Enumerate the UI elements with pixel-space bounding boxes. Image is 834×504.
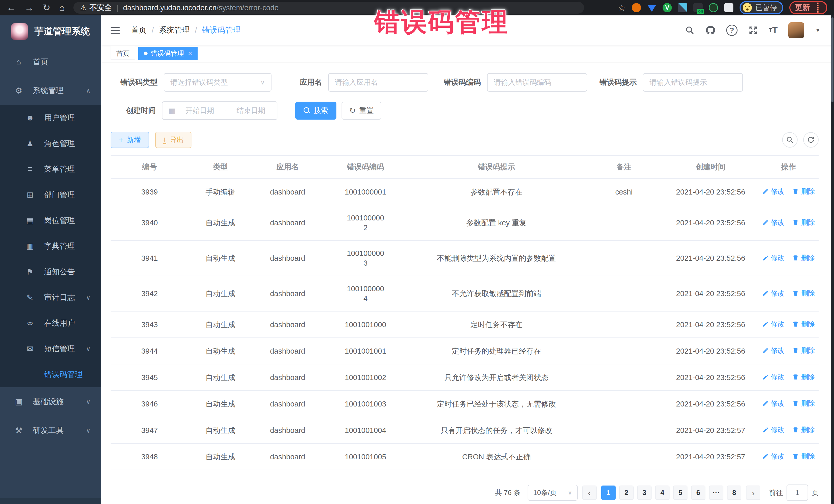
tab-error-code[interactable]: 错误码管理 × — [138, 47, 198, 60]
error-type-select[interactable]: 请选择错误码类型 ∨ — [164, 73, 271, 92]
pagination-page-button[interactable]: 3 — [637, 485, 652, 500]
edit-link[interactable]: 修改 — [762, 187, 785, 196]
sidebar-item[interactable]: ⚑通知公告 — [0, 259, 101, 285]
sidebar-item[interactable]: ⚙系统管理∧ — [0, 76, 101, 105]
pagination-prev-button[interactable]: ‹ — [582, 485, 597, 500]
extension-icon-4[interactable] — [678, 3, 687, 12]
pagination-next-button[interactable]: › — [746, 485, 760, 500]
sidebar-item[interactable]: ▣基础设施∨ — [0, 387, 101, 416]
font-size-icon[interactable]: TT — [769, 25, 777, 35]
delete-link[interactable]: 删除 — [792, 218, 815, 227]
pagination-page-button[interactable]: 2 — [619, 485, 634, 500]
sidebar-item[interactable]: ▥字典管理 — [0, 233, 101, 259]
close-icon[interactable]: × — [188, 49, 192, 58]
browser-reload-icon[interactable]: ↻ — [43, 3, 50, 12]
tab-label: 错误码管理 — [151, 49, 184, 58]
sidebar-item[interactable]: ☻用户管理 — [0, 105, 101, 131]
kebab-menu-icon[interactable]: ⋮⋮ — [814, 4, 822, 12]
edit-link[interactable]: 修改 — [762, 372, 785, 382]
cell-id: 3947 — [111, 418, 188, 443]
github-icon[interactable] — [705, 25, 716, 36]
delete-link[interactable]: 删除 — [792, 372, 815, 382]
delete-link[interactable]: 删除 — [792, 452, 815, 461]
extension-icon-5[interactable] — [694, 3, 703, 12]
pagination-page-button[interactable]: 5 — [673, 485, 687, 500]
sidebar-item-label: 角色管理 — [44, 138, 91, 149]
refresh-table-icon[interactable] — [803, 132, 819, 148]
error-code-input[interactable] — [487, 73, 587, 92]
chevron-up-icon: ∧ — [86, 87, 91, 94]
sidebar-item[interactable]: ≡菜单管理 — [0, 156, 101, 182]
search-button[interactable]: 搜索 — [295, 102, 336, 119]
browser-forward-icon[interactable]: → — [25, 3, 34, 12]
edit-link[interactable]: 修改 — [762, 425, 785, 435]
pagination-more-button[interactable]: ··· — [709, 485, 723, 500]
page-size-select[interactable]: 10条/页 ∨ — [528, 485, 578, 501]
delete-link[interactable]: 删除 — [792, 319, 815, 329]
cell-actions: 修改删除 — [758, 391, 819, 417]
date-range-picker[interactable]: ▦ 开始日期 - 结束日期 — [162, 101, 278, 120]
reset-button[interactable]: ↻ 重置 — [342, 102, 381, 119]
sidebar-item[interactable]: ▤岗位管理 — [0, 207, 101, 233]
sidebar-item[interactable]: 错误码管理 — [0, 361, 101, 387]
fullscreen-icon[interactable] — [748, 25, 758, 35]
security-label: 不安全 — [90, 3, 112, 13]
edit-link[interactable]: 修改 — [762, 319, 785, 329]
show-search-icon[interactable] — [782, 132, 797, 148]
breadcrumb-item-home[interactable]: 首页 — [131, 25, 147, 36]
extension-icon-1[interactable] — [632, 3, 641, 12]
cell-id: 3946 — [111, 391, 188, 416]
extension-icon-2[interactable] — [647, 3, 656, 12]
delete-link[interactable]: 删除 — [792, 398, 815, 408]
pagination-page-button[interactable]: 8 — [727, 485, 741, 500]
sidebar-item[interactable]: ✎审计日志∨ — [0, 285, 101, 310]
browser-update-button[interactable]: 更新 ⋮⋮ — [789, 1, 827, 14]
help-icon[interactable]: ? — [726, 25, 738, 36]
browser-back-icon[interactable]: ← — [7, 3, 16, 12]
breadcrumb-item-system[interactable]: 系统管理 — [159, 25, 190, 36]
delete-link[interactable]: 删除 — [792, 288, 815, 298]
edit-link[interactable]: 修改 — [762, 253, 785, 263]
edit-link[interactable]: 修改 — [762, 218, 785, 227]
error-hint-input[interactable] — [643, 73, 743, 92]
extension-icon-6[interactable] — [709, 3, 718, 12]
delete-link[interactable]: 删除 — [792, 253, 815, 263]
user-avatar[interactable] — [788, 22, 804, 38]
sidebar-item[interactable]: ⚒研发工具∨ — [0, 416, 101, 445]
goto-page-input[interactable] — [787, 484, 808, 501]
sidebar-logo[interactable]: 芋道管理系统 — [0, 15, 101, 47]
extension-icon-3[interactable]: V — [663, 3, 672, 12]
chevron-down-icon[interactable]: ▼ — [815, 27, 821, 34]
app-name-input[interactable] — [328, 73, 428, 92]
delete-link[interactable]: 删除 — [792, 346, 815, 355]
address-bar[interactable]: ⚠ 不安全 | dashboard.yudao.iocoder.cn/syste… — [73, 2, 584, 14]
edit-link[interactable]: 修改 — [762, 398, 785, 408]
edit-link[interactable]: 修改 — [762, 452, 785, 461]
edit-link[interactable]: 修改 — [762, 346, 785, 355]
edit-link[interactable]: 修改 — [762, 288, 785, 298]
hamburger-icon[interactable] — [111, 27, 120, 34]
pagination-page-button[interactable]: 4 — [655, 485, 670, 500]
filter-error-type: 错误码类型 请选择错误码类型 ∨ — [120, 73, 271, 92]
search-icon[interactable] — [685, 26, 695, 35]
sidebar-menu: ⌂首页⚙系统管理∧☻用户管理♟角色管理≡菜单管理⊞部门管理▤岗位管理▥字典管理⚑… — [0, 47, 101, 498]
delete-link[interactable]: 删除 — [792, 187, 815, 196]
scrollbar-track[interactable] — [831, 15, 834, 504]
security-status[interactable]: ⚠ 不安全 — [80, 3, 112, 13]
extension-icon-7[interactable] — [724, 3, 733, 12]
pagination-page-button[interactable]: 1 — [601, 485, 616, 500]
sidebar-item[interactable]: ✉短信管理∨ — [0, 336, 101, 361]
bookmark-star-icon[interactable]: ☆ — [618, 3, 626, 13]
browser-profile-chip[interactable]: 已暂停 — [740, 1, 783, 14]
pagination-page-button[interactable]: 6 — [691, 485, 705, 500]
sidebar-item[interactable]: ⌂首页 — [0, 47, 101, 76]
export-button[interactable]: ↓ 导出 — [155, 132, 192, 148]
sidebar-item[interactable]: ♟角色管理 — [0, 131, 101, 156]
add-button[interactable]: + 新增 — [111, 132, 149, 148]
tab-home[interactable]: 首页 — [111, 47, 135, 60]
sidebar-item[interactable]: ∞在线用户 — [0, 310, 101, 336]
delete-link[interactable]: 删除 — [792, 425, 815, 435]
browser-home-icon[interactable]: ⌂ — [59, 3, 65, 12]
sidebar-item[interactable]: ⊞部门管理 — [0, 182, 101, 207]
scrollbar-thumb[interactable] — [831, 18, 833, 102]
